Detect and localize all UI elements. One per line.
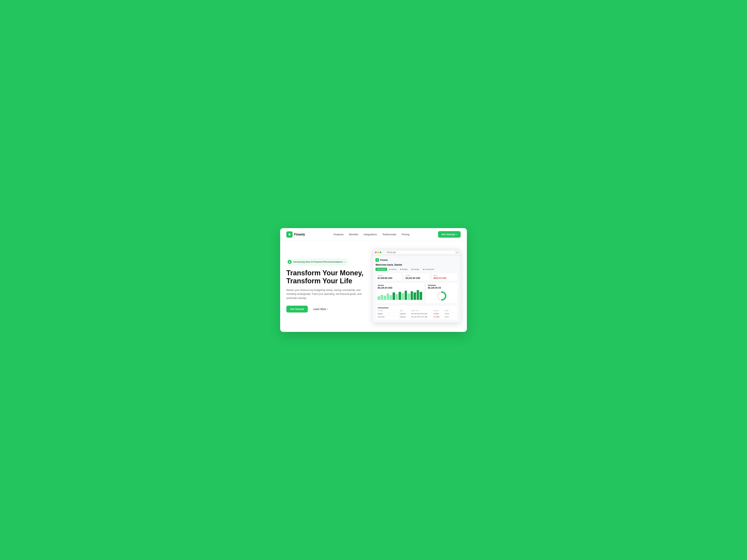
tab-history-label: History: [391, 268, 396, 270]
hero-title-line1: Transform Your Money,: [286, 269, 363, 277]
stats-row: balance $7,540.86 USD credits $3,241.92 …: [376, 273, 458, 281]
badge-icon: [288, 260, 291, 264]
dot-minimize[interactable]: [378, 251, 379, 253]
logo-text: Finanly: [294, 233, 305, 236]
nav-benefits[interactable]: Benefits: [349, 233, 358, 236]
hero-actions: Get Started Learn More ›: [286, 306, 366, 313]
tab-budget-label: Budget: [402, 268, 408, 270]
badge-text: Introducing New AI-Powered Recommendatio…: [293, 261, 343, 263]
app-name-small: Finanly: [380, 259, 388, 261]
tab-budget[interactable]: Budget: [399, 268, 409, 271]
tab-dot-investments: [423, 269, 424, 270]
navbar-cta-button[interactable]: Get Started ›: [438, 231, 461, 238]
logo-icon: [286, 231, 292, 238]
tab-bar: Dashboard History Budget: [376, 268, 458, 271]
browser-url[interactable]: finanly.app: [384, 250, 455, 254]
hero-right: finanly.app + Finanly Welcom: [372, 249, 461, 323]
nav-features[interactable]: Features: [334, 233, 343, 236]
stat-credits-value: $3,241.92 USD: [406, 277, 428, 279]
stat-balance-value: $7,540.86 USD: [378, 277, 400, 279]
tab-investments-label: Investments: [424, 268, 434, 270]
th-amount: Amount: [433, 310, 444, 311]
td-ref-1: CR-8...: [445, 313, 456, 315]
hero-title: Transform Your Money, Transform Your Lif…: [286, 269, 366, 285]
hero-subtitle: Master your finances by budgeting wisely…: [286, 288, 364, 300]
td-datetime-2: Nov 06 2024 01:37 AM: [411, 316, 433, 318]
browser-bar: finanly.app +: [373, 249, 460, 256]
bar-12: [414, 292, 416, 300]
bar-5: [392, 292, 395, 300]
transactions-title: Transactions: [378, 307, 456, 309]
nav-integrations[interactable]: Integrations: [364, 233, 377, 236]
bar-7: [398, 292, 401, 300]
tab-dashboard[interactable]: Dashboard: [376, 268, 387, 271]
tab-history[interactable]: History: [388, 268, 398, 271]
income-chart-title: Income: [378, 284, 422, 286]
browser-dots: [375, 251, 381, 253]
hero-cta-button[interactable]: Get Started: [286, 306, 308, 313]
hero-section: Introducing New AI-Powered Recommendatio…: [280, 241, 467, 332]
nav-links: Features Benefits Integrations Testimoni…: [334, 233, 410, 236]
tab-dot-history: [389, 269, 390, 270]
summary-chart-value: $5,129.34 US: [428, 287, 456, 289]
td-amount-2: -21 USD: [433, 316, 444, 318]
td-concept-2: Uber Eats: [378, 316, 399, 318]
badge-arrow: ›: [344, 261, 345, 263]
td-concept-1: Spotify: [378, 313, 399, 315]
stat-credits: credits $3,241.92 USD: [404, 273, 430, 281]
browser-new-tab[interactable]: +: [457, 251, 458, 254]
stat-balance: balance $7,540.86 USD: [376, 273, 402, 281]
hero-learn-more-button[interactable]: Learn More ›: [310, 306, 331, 313]
main-card: Finanly Features Benefits Integrations T…: [280, 228, 467, 332]
tab-savings[interactable]: Savings: [410, 268, 421, 271]
td-type-1: Expense: [400, 313, 410, 315]
hero-left: Introducing New AI-Powered Recommendatio…: [286, 259, 366, 313]
nav-testimonials[interactable]: Testimonials: [382, 233, 396, 236]
transaction-row-1: Spotify Expense Nov 06 2024 08:14 AM -8 …: [378, 312, 456, 315]
app-logo-small: [376, 258, 379, 262]
tab-dot-budget: [400, 269, 401, 270]
th-datetime: Date & Time: [411, 310, 433, 311]
summary-chart-card: Summary $5,129.34 US: [426, 283, 458, 303]
navbar: Finanly Features Benefits Integrations T…: [280, 228, 467, 241]
chart-section: Income $5,129.34 USD Summary $5,129.34 U…: [376, 283, 458, 303]
td-datetime-1: Nov 06 2024 08:14 AM: [411, 313, 433, 315]
bar-9: [405, 291, 407, 300]
hero-title-line2: Transform Your Life: [286, 277, 352, 285]
navbar-cta-label: Get Started: [442, 233, 455, 236]
th-ref: Refer...: [445, 310, 456, 311]
td-amount-1: -8 USD: [433, 313, 444, 315]
bar-3: [387, 294, 389, 300]
transactions-header: Concept Type Date & Time Amount Refer...: [378, 310, 456, 311]
stat-balance-label: balance: [378, 274, 400, 276]
income-chart-card: Income $5,129.34 USD: [376, 283, 424, 303]
hero-learn-more-arrow: ›: [327, 308, 328, 311]
bar-8: [402, 293, 404, 300]
bar-14: [420, 292, 422, 300]
bar-1: [381, 295, 383, 300]
dot-close[interactable]: [375, 251, 377, 253]
hero-learn-more-label: Learn More: [313, 308, 326, 311]
summary-chart-title: Summary: [428, 284, 456, 286]
th-concept: Concept: [378, 310, 399, 311]
announcement-badge[interactable]: Introducing New AI-Powered Recommendatio…: [286, 259, 347, 265]
transactions-section: Transactions Concept Type Date & Time Am…: [376, 305, 458, 320]
bar-4: [390, 295, 392, 300]
stat-credits-label: credits: [406, 274, 428, 276]
tab-dashboard-label: Dashboard: [377, 268, 386, 270]
tab-dot-savings: [411, 269, 412, 270]
income-bar-chart: [378, 290, 422, 300]
browser-window: finanly.app + Finanly Welcom: [372, 249, 461, 323]
app-content: Finanly Welcome back, Daniel Dashboard H…: [373, 256, 460, 322]
stat-debts-value: $839.04 USD: [433, 277, 456, 279]
bar-2: [384, 296, 386, 300]
bar-0: [378, 296, 380, 300]
stat-debts: debts $839.04 USD: [431, 273, 458, 281]
nav-pricing[interactable]: Pricing: [402, 233, 410, 236]
tab-investments[interactable]: Investments: [421, 268, 436, 271]
navbar-cta-arrow: ›: [456, 233, 457, 236]
logo-area: Finanly: [286, 231, 305, 238]
welcome-text: Welcome back, Daniel: [376, 263, 458, 266]
dot-maximize[interactable]: [380, 251, 381, 253]
stat-debts-label: debts: [433, 274, 456, 276]
